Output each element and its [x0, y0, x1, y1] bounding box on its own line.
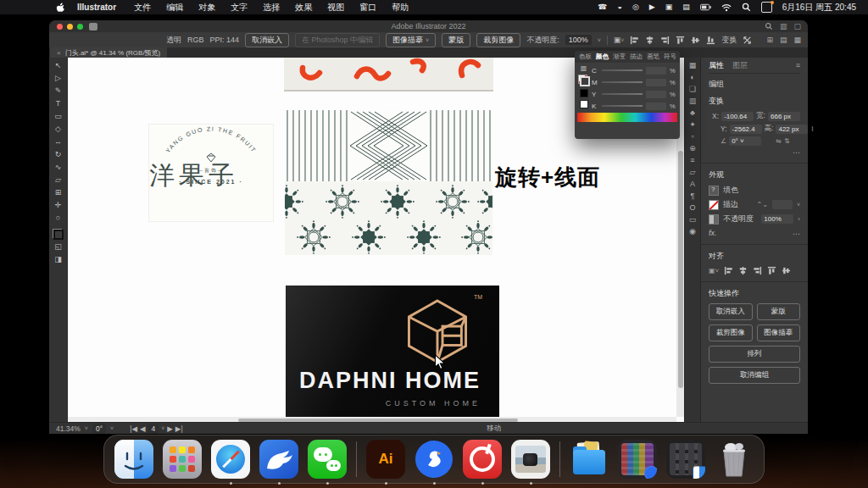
play-status-icon[interactable]: ▶ [649, 0, 655, 14]
brushes-panel-icon[interactable]: ♣ [690, 108, 695, 117]
align-panel-icon[interactable]: ≡ [690, 156, 694, 164]
dock-item-illustrator[interactable]: Ai [366, 440, 405, 479]
glyphs-panel-icon[interactable]: O [689, 203, 695, 212]
search-icon[interactable] [765, 22, 773, 30]
appearance-opacity-field[interactable]: 100% [761, 214, 793, 224]
black-slider[interactable] [602, 105, 643, 107]
unembed-button[interactable]: 取消嵌入 [245, 33, 289, 47]
apple-menu[interactable] [56, 2, 65, 13]
panel-fill-stroke-swatches[interactable] [578, 75, 590, 86]
star-pattern-artwork[interactable] [285, 181, 492, 255]
stroke-swatch[interactable] [580, 76, 590, 86]
vertical-scrollbar-thumb[interactable] [678, 151, 683, 388]
quick-image-trace-button[interactable]: 图像描摹 [757, 324, 801, 341]
selection-tool[interactable]: ↖ [55, 60, 62, 71]
height-value-field[interactable]: 422 px [776, 125, 808, 134]
align-right-icon[interactable] [660, 36, 670, 45]
daphni-logo-artwork[interactable]: TM DAPHNI HOME CUSTOM HOME [286, 286, 499, 419]
document-setup-icon[interactable]: ⊞ [766, 36, 773, 44]
sync-status-icon[interactable]: ◎ [632, 0, 639, 14]
app-status-icon[interactable]: ▣ [665, 0, 673, 14]
menubar-app-name[interactable]: Illustrator [77, 3, 116, 12]
quick-crop-image-button[interactable]: 裁剪图像 [709, 324, 753, 341]
menu-effect[interactable]: 效果 [295, 2, 312, 14]
tab-symbols[interactable]: 符号 [664, 53, 676, 61]
fill-color-swatch[interactable] [709, 186, 719, 196]
red-squiggle-pattern-artwork[interactable] [284, 58, 493, 92]
scale-tool[interactable]: ↔ [54, 136, 62, 147]
transform-more-options[interactable]: ⋯ [709, 148, 800, 157]
tab-properties[interactable]: 属性 [709, 60, 724, 71]
align-bottom-icon[interactable] [706, 36, 715, 45]
zoom-tool[interactable]: ○ [56, 213, 60, 224]
tab-color[interactable]: 颜色 [596, 53, 609, 61]
chat-status-icon[interactable]: ◒ [617, 0, 621, 14]
align-top-icon[interactable] [767, 266, 776, 275]
artboards-panel-icon[interactable]: ▭ [689, 215, 697, 224]
align-middle-icon[interactable] [691, 36, 700, 45]
menu-help[interactable]: 帮助 [392, 2, 409, 14]
first-artboard-icon[interactable]: |◀ [130, 424, 137, 433]
x-value-field[interactable]: -100.64 [721, 112, 754, 121]
chevron-right-icon[interactable]: › [798, 215, 800, 223]
type-tool[interactable]: T [56, 98, 61, 109]
comments-panel-icon[interactable]: ▥ [689, 97, 697, 105]
tab-stroke[interactable]: 描边 [630, 53, 643, 61]
info-panel-icon[interactable]: ⊕ [689, 144, 696, 152]
dock-item-safari[interactable] [211, 440, 250, 479]
opacity-value-field[interactable]: 100% [565, 35, 592, 45]
black-value-field[interactable] [646, 103, 666, 110]
rectangle-tool[interactable]: ▭ [54, 111, 62, 122]
line-pattern-artwork[interactable] [285, 110, 492, 181]
menu-object[interactable]: 对象 [198, 2, 215, 14]
direct-selection-tool[interactable]: ▷ [55, 73, 61, 84]
stroke-swatch[interactable] [53, 230, 64, 240]
chevron-down-icon[interactable]: ˅ [161, 425, 164, 431]
input-method-icon[interactable] [761, 2, 772, 13]
prev-artboard-icon[interactable]: ◀ [140, 424, 146, 433]
zoom-level-field[interactable]: 41.34% [56, 424, 81, 433]
menu-view[interactable]: 视图 [327, 2, 344, 14]
magenta-value-field[interactable] [646, 79, 666, 86]
last-artboard-icon[interactable]: ▶| [175, 424, 183, 433]
close-tab-icon[interactable]: × [57, 49, 61, 57]
dock-item-downloads-folder[interactable] [570, 440, 609, 479]
constrain-proportions-icon[interactable]: ⌇ [810, 125, 814, 133]
panel-menu-icon[interactable]: ▦ [793, 36, 801, 44]
screen-mode-icon[interactable]: ◨ [54, 254, 62, 265]
stroke-width-stepper[interactable]: ⌃⌄ [757, 201, 768, 208]
appearance-more-options[interactable]: ⋯ [793, 230, 800, 238]
dock-item-launchpad[interactable] [163, 440, 202, 479]
chevron-down-icon[interactable]: ˅ [598, 37, 601, 43]
phone-status-icon[interactable]: ☎ [598, 0, 607, 14]
transform-panel-icon[interactable]: ▫ [691, 132, 693, 141]
tab-layers[interactable]: 图层 [732, 60, 748, 71]
fruit-logo-artwork[interactable]: YANG GUO ZI THE FRUIT 洋果子 —首饰— · SINCE 2… [148, 124, 274, 222]
arrange-documents-icon[interactable]: ▢ [793, 22, 801, 30]
layers-panel-icon[interactable]: ▱ [690, 168, 696, 176]
align-center-icon[interactable] [738, 266, 748, 275]
cyan-slider[interactable] [602, 69, 643, 71]
y-value-field[interactable]: -2562.4 [730, 125, 762, 134]
pencil-tool[interactable]: ∿ [55, 162, 62, 173]
align-to-selection-icon[interactable]: ▣˅ [614, 36, 625, 44]
next-artboard-icon[interactable]: ▶ [167, 424, 173, 433]
libraries-panel-icon[interactable]: ▦ [689, 61, 697, 69]
color-panel-icon[interactable]: ◐ [690, 73, 694, 81]
swatches-panel-icon[interactable]: ❏ [689, 85, 696, 93]
quick-mask-button[interactable]: 蒙版 [757, 303, 801, 320]
dock-item-wechat[interactable] [308, 440, 347, 479]
chevron-down-icon[interactable]: ˅ [85, 425, 88, 431]
dock-item-netease-music[interactable] [463, 440, 502, 479]
chevron-down-icon[interactable]: ˅ [110, 425, 114, 431]
fill-stroke-swatches[interactable] [53, 229, 64, 240]
flip-vertical-icon[interactable]: ⇅ [784, 137, 790, 145]
menu-file[interactable]: 文件 [134, 2, 151, 14]
dock-item-finder[interactable] [114, 440, 153, 479]
menu-select[interactable]: 选择 [263, 2, 280, 14]
magenta-slider[interactable] [602, 81, 643, 83]
dock-item-photo-preview[interactable] [511, 440, 550, 479]
stroke-width-field[interactable] [772, 200, 793, 209]
align-to-icon[interactable]: ▣˅ [709, 267, 719, 274]
dock-item-goose-app[interactable] [415, 440, 453, 479]
